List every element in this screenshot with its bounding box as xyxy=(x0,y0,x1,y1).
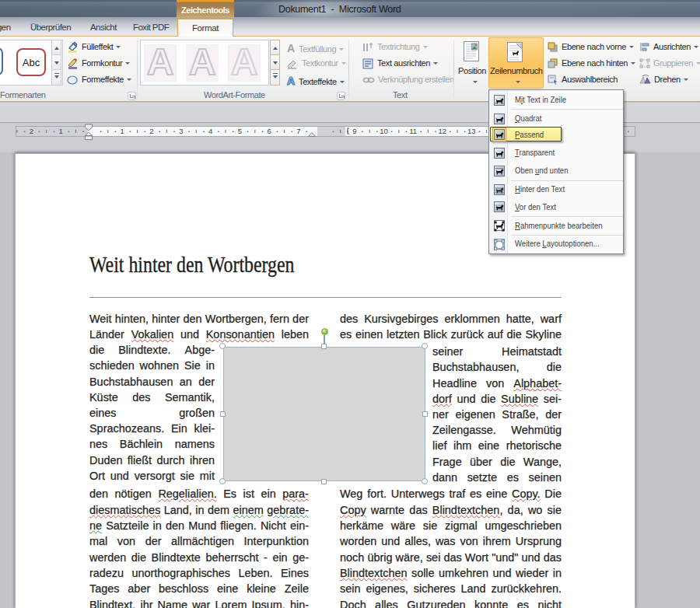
svg-text:2: 2 xyxy=(149,127,153,135)
svg-text:2: 2 xyxy=(30,127,33,135)
svg-text:6: 6 xyxy=(268,127,271,135)
svg-text:1: 1 xyxy=(121,127,124,135)
svg-text:13: 13 xyxy=(467,127,476,135)
svg-text:10: 10 xyxy=(380,127,388,135)
svg-text:1: 1 xyxy=(58,127,62,135)
svg-text:9: 9 xyxy=(352,127,356,135)
svg-text:3: 3 xyxy=(179,127,183,135)
svg-text:5: 5 xyxy=(238,127,242,135)
svg-text:4: 4 xyxy=(208,127,212,135)
svg-text:12: 12 xyxy=(438,127,446,135)
svg-text:11: 11 xyxy=(409,127,417,135)
svg-text:7: 7 xyxy=(296,127,300,135)
